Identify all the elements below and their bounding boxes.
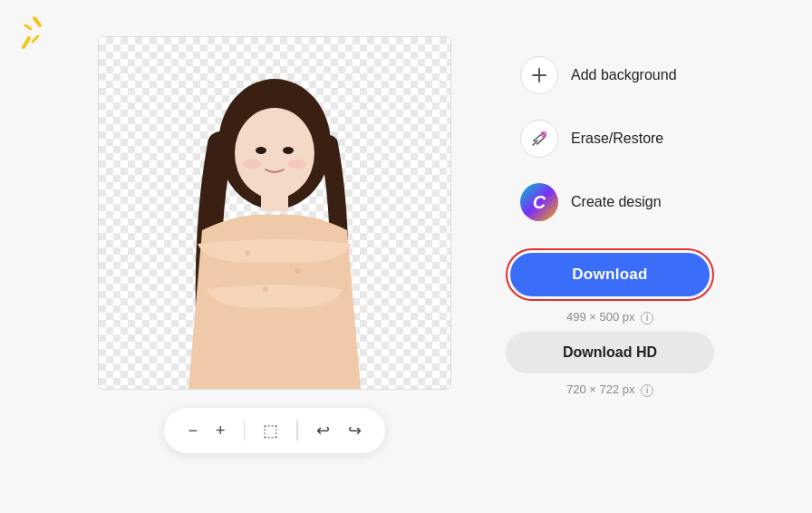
person-image [157,63,392,389]
svg-line-1 [34,18,40,25]
svg-point-7 [245,250,250,256]
download-button[interactable]: Download [510,253,710,296]
zoom-in-button[interactable]: + [212,418,229,444]
download-size-info-icon[interactable]: i [641,312,653,324]
redo-button[interactable]: ↪ [344,417,365,444]
canvas-section: − + ⬚ ↩ ↪ [98,36,451,453]
add-background-item[interactable]: Add background [506,45,714,105]
download-size-label: 499 × 500 px i [566,308,653,324]
toolbar-divider [244,421,246,440]
main-container: − + ⬚ ↩ ↪ Add background [0,0,812,453]
erase-restore-icon [520,120,558,158]
erase-restore-label: Erase/Restore [571,131,663,147]
svg-point-10 [256,147,266,154]
svg-line-3 [33,36,38,42]
canva-icon: C [520,183,558,221]
svg-line-0 [24,38,29,47]
download-section: Download 499 × 500 px i Download HD 720 … [506,248,714,397]
actions-panel: Add background Erase/Restore C Create de… [506,36,714,397]
download-button-wrapper: Download [506,248,714,301]
add-background-icon [520,56,558,94]
svg-point-8 [295,268,300,274]
fit-view-button[interactable]: ⬚ [259,417,282,444]
download-hd-size-label: 720 × 722 px i [566,381,653,397]
undo-button[interactable]: ↩ [313,417,334,444]
spark-decoration [22,13,65,56]
create-design-item[interactable]: C Create design [506,172,714,232]
svg-point-13 [288,160,306,169]
svg-rect-6 [261,191,288,211]
svg-point-5 [235,108,314,198]
svg-line-2 [25,25,31,29]
add-background-label: Add background [571,67,677,83]
erase-restore-item[interactable]: Erase/Restore [506,109,714,169]
zoom-out-button[interactable]: − [184,418,201,444]
create-design-label: Create design [571,194,662,210]
svg-point-12 [243,160,261,169]
download-hd-size-info-icon[interactable]: i [641,384,653,397]
svg-point-9 [263,286,268,292]
download-hd-button[interactable]: Download HD [506,332,714,373]
toolbar-divider-2 [296,421,298,440]
canvas-area [98,36,451,390]
toolbar: − + ⬚ ↩ ↪ [164,408,384,453]
svg-point-11 [283,147,294,154]
